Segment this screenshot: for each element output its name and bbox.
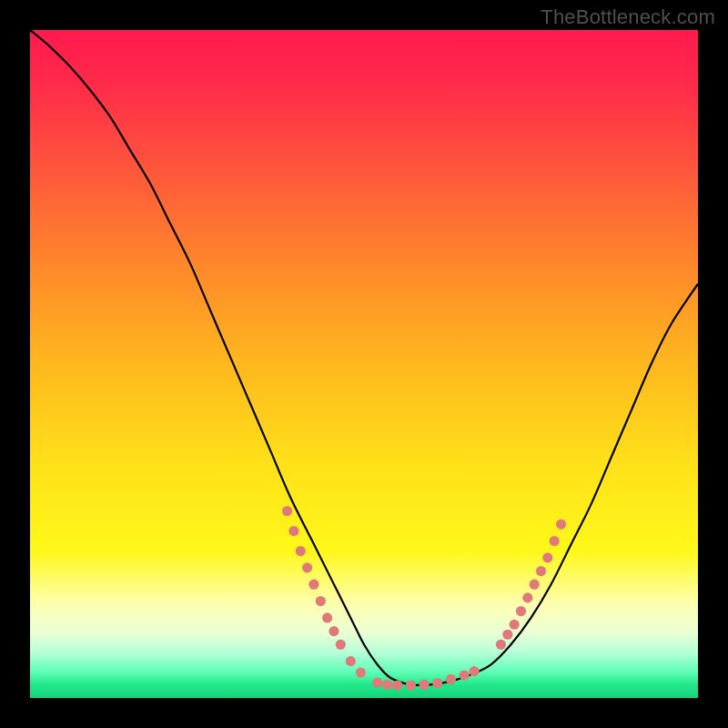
curve-dot — [296, 546, 306, 556]
curve-dot — [470, 666, 480, 676]
curve-dot — [346, 656, 356, 666]
bottleneck-curve — [30, 30, 698, 685]
curve-dot — [522, 592, 532, 602]
curve-dot — [356, 668, 366, 678]
curve-dot — [392, 680, 402, 690]
curve-dot — [460, 670, 470, 680]
curve-dot — [372, 678, 382, 688]
curve-dot — [432, 678, 442, 688]
curve-dot — [316, 596, 326, 606]
watermark-text: TheBottleneck.com — [541, 5, 715, 29]
curve-dot — [530, 580, 540, 590]
curve-dot — [282, 506, 292, 516]
dotted-overlay — [282, 506, 566, 691]
curve-dot — [322, 612, 332, 622]
curve-dot — [496, 640, 506, 650]
curve-dot — [382, 680, 392, 690]
curve-dot — [329, 626, 339, 636]
curve-dot — [502, 630, 512, 640]
curve-dot — [336, 640, 346, 650]
curve-dot — [536, 566, 546, 576]
curve-dot — [419, 680, 429, 690]
curve-dot — [288, 526, 298, 536]
curve-dot — [542, 552, 552, 562]
curve-dot — [510, 620, 520, 630]
chart-overlay — [30, 30, 698, 698]
curve-dot — [406, 680, 416, 690]
curve-dot — [556, 520, 566, 530]
curve-dot — [302, 562, 312, 572]
curve-dot — [308, 580, 318, 590]
curve-dot — [550, 536, 560, 546]
plot-area — [30, 30, 698, 698]
chart-frame: TheBottleneck.com — [0, 0, 728, 728]
curve-dot — [446, 674, 456, 684]
curve-dot — [516, 606, 526, 616]
